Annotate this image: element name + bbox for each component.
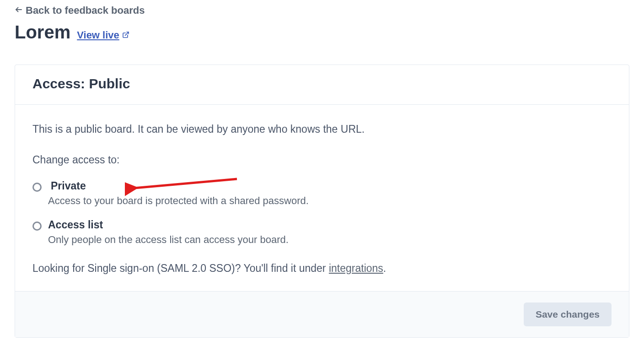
- sso-text: Looking for Single sign-on (SAML 2.0 SSO…: [32, 262, 612, 275]
- arrow-left-icon: [15, 5, 23, 16]
- card-header: Access: Public: [15, 65, 629, 105]
- radio-circle-icon[interactable]: [32, 183, 42, 192]
- radio-option-private[interactable]: Private Access to your board is protecte…: [32, 180, 612, 207]
- board-title: Lorem: [15, 22, 70, 43]
- radio-access-list-label: Access list: [48, 219, 612, 231]
- svg-line-1: [125, 32, 128, 35]
- radio-access-list-description: Only people on the access list can acces…: [48, 234, 612, 246]
- external-link-icon: [122, 29, 129, 41]
- radio-content: Access list Only people on the access li…: [48, 219, 612, 246]
- back-link-label: Back to feedback boards: [26, 5, 145, 16]
- card-body: This is a public board. It can be viewed…: [15, 105, 629, 291]
- radio-private-description: Access to your board is protected with a…: [48, 195, 612, 207]
- radio-option-access-list[interactable]: Access list Only people on the access li…: [32, 219, 612, 246]
- access-card: Access: Public This is a public board. I…: [15, 65, 629, 338]
- change-access-label: Change access to:: [32, 154, 612, 166]
- access-description: This is a public board. It can be viewed…: [32, 123, 612, 135]
- integrations-link[interactable]: integrations: [329, 262, 383, 274]
- radio-circle-icon[interactable]: [32, 222, 42, 231]
- radio-private-label: Private: [51, 180, 612, 192]
- sso-suffix: .: [383, 262, 386, 274]
- view-live-label: View live: [77, 29, 119, 41]
- card-title: Access: Public: [32, 76, 612, 92]
- save-changes-button[interactable]: Save changes: [524, 303, 612, 326]
- radio-content: Private Access to your board is protecte…: [48, 180, 612, 207]
- title-row: Lorem View live: [15, 22, 629, 43]
- card-footer: Save changes: [15, 291, 629, 337]
- view-live-link[interactable]: View live: [77, 29, 129, 41]
- back-to-boards-link[interactable]: Back to feedback boards: [15, 5, 145, 16]
- sso-prefix: Looking for Single sign-on (SAML 2.0 SSO…: [32, 262, 329, 274]
